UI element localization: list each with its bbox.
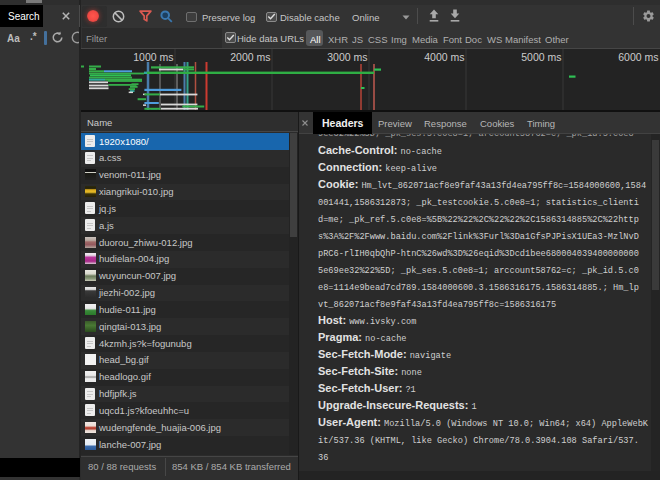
- svg-text:4000 ms: 4000 ms: [424, 51, 464, 63]
- svg-text:1000 ms: 1000 ms: [133, 51, 173, 63]
- svg-text:6000 ms: 6000 ms: [618, 51, 658, 63]
- svg-text:2000 ms: 2000 ms: [230, 51, 270, 63]
- svg-text:3000 ms: 3000 ms: [327, 51, 367, 63]
- svg-text:5000 ms: 5000 ms: [521, 51, 561, 63]
